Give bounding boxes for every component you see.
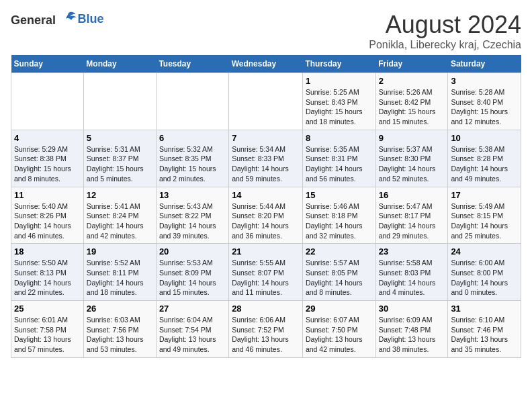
- calendar-cell: [83, 73, 156, 130]
- calendar-cell: 22Sunrise: 5:57 AM Sunset: 8:05 PM Dayli…: [302, 244, 375, 301]
- day-number: 20: [159, 246, 226, 257]
- subtitle: Ponikla, Liberecky kraj, Czechia: [369, 39, 521, 51]
- day-number: 27: [159, 304, 226, 314]
- col-tuesday: Tuesday: [156, 55, 228, 73]
- week-row-3: 11Sunrise: 5:40 AM Sunset: 8:26 PM Dayli…: [11, 187, 521, 244]
- day-info: Sunrise: 5:25 AM Sunset: 8:43 PM Dayligh…: [306, 87, 373, 127]
- calendar-cell: 30Sunrise: 6:09 AM Sunset: 7:48 PM Dayli…: [375, 301, 448, 358]
- calendar-cell: 7Sunrise: 5:34 AM Sunset: 8:33 PM Daylig…: [229, 130, 303, 187]
- calendar-cell: 27Sunrise: 6:04 AM Sunset: 7:54 PM Dayli…: [156, 301, 228, 358]
- day-number: 28: [232, 304, 300, 314]
- day-number: 16: [379, 190, 445, 200]
- day-info: Sunrise: 5:38 AM Sunset: 8:28 PM Dayligh…: [451, 144, 518, 184]
- page: General Blue August 2024 Ponikla, Libere…: [0, 0, 532, 411]
- calendar-cell: 17Sunrise: 5:49 AM Sunset: 8:15 PM Dayli…: [448, 187, 521, 244]
- day-number: 14: [232, 190, 300, 200]
- calendar-cell: 15Sunrise: 5:46 AM Sunset: 8:18 PM Dayli…: [302, 187, 375, 244]
- calendar-cell: 6Sunrise: 5:32 AM Sunset: 8:35 PM Daylig…: [156, 130, 228, 187]
- day-number: 17: [451, 190, 518, 200]
- calendar-cell: 24Sunrise: 6:00 AM Sunset: 8:00 PM Dayli…: [448, 244, 521, 301]
- day-number: 1: [306, 76, 373, 86]
- day-number: 18: [14, 246, 81, 257]
- day-number: 8: [306, 133, 373, 143]
- day-info: Sunrise: 5:35 AM Sunset: 8:31 PM Dayligh…: [306, 144, 373, 184]
- calendar-table: Sunday Monday Tuesday Wednesday Thursday…: [11, 55, 521, 358]
- calendar-cell: [229, 73, 303, 130]
- calendar-cell: 10Sunrise: 5:38 AM Sunset: 8:28 PM Dayli…: [448, 130, 521, 187]
- calendar-cell: 5Sunrise: 5:31 AM Sunset: 8:37 PM Daylig…: [83, 130, 156, 187]
- day-info: Sunrise: 5:52 AM Sunset: 8:11 PM Dayligh…: [87, 258, 153, 298]
- calendar-cell: 1Sunrise: 5:25 AM Sunset: 8:43 PM Daylig…: [302, 73, 375, 130]
- calendar-cell: 20Sunrise: 5:53 AM Sunset: 8:09 PM Dayli…: [156, 244, 228, 301]
- col-sunday: Sunday: [11, 55, 84, 73]
- calendar-cell: 11Sunrise: 5:40 AM Sunset: 8:26 PM Dayli…: [11, 187, 84, 244]
- day-info: Sunrise: 5:44 AM Sunset: 8:20 PM Dayligh…: [232, 201, 300, 241]
- day-info: Sunrise: 6:01 AM Sunset: 7:58 PM Dayligh…: [14, 315, 81, 355]
- day-number: 12: [87, 190, 153, 200]
- day-number: 25: [14, 304, 81, 314]
- day-number: 10: [451, 133, 518, 143]
- main-title: August 2024: [369, 11, 521, 39]
- calendar-cell: [11, 73, 84, 130]
- day-number: 7: [232, 133, 300, 143]
- day-info: Sunrise: 6:10 AM Sunset: 7:46 PM Dayligh…: [451, 315, 518, 355]
- week-row-5: 25Sunrise: 6:01 AM Sunset: 7:58 PM Dayli…: [11, 301, 521, 358]
- calendar-cell: 26Sunrise: 6:03 AM Sunset: 7:56 PM Dayli…: [83, 301, 156, 358]
- day-info: Sunrise: 5:53 AM Sunset: 8:09 PM Dayligh…: [159, 258, 226, 298]
- logo-blue: Blue: [78, 12, 104, 26]
- day-info: Sunrise: 5:58 AM Sunset: 8:03 PM Dayligh…: [379, 258, 445, 298]
- day-number: 23: [379, 246, 445, 257]
- calendar-cell: 25Sunrise: 6:01 AM Sunset: 7:58 PM Dayli…: [11, 301, 84, 358]
- day-info: Sunrise: 6:07 AM Sunset: 7:50 PM Dayligh…: [306, 315, 373, 355]
- day-info: Sunrise: 6:09 AM Sunset: 7:48 PM Dayligh…: [379, 315, 445, 355]
- day-number: 6: [159, 133, 226, 143]
- col-friday: Friday: [375, 55, 448, 73]
- col-monday: Monday: [83, 55, 156, 73]
- day-number: 9: [379, 133, 445, 143]
- day-info: Sunrise: 5:40 AM Sunset: 8:26 PM Dayligh…: [14, 201, 81, 241]
- day-number: 13: [159, 190, 226, 200]
- logo-bird-icon: [60, 11, 77, 24]
- day-number: 24: [451, 246, 518, 257]
- day-info: Sunrise: 6:06 AM Sunset: 7:52 PM Dayligh…: [232, 315, 300, 355]
- calendar-cell: 2Sunrise: 5:26 AM Sunset: 8:42 PM Daylig…: [375, 73, 448, 130]
- calendar-cell: 18Sunrise: 5:50 AM Sunset: 8:13 PM Dayli…: [11, 244, 84, 301]
- calendar-cell: 13Sunrise: 5:43 AM Sunset: 8:22 PM Dayli…: [156, 187, 228, 244]
- day-number: 4: [14, 133, 81, 143]
- day-info: Sunrise: 5:32 AM Sunset: 8:35 PM Dayligh…: [159, 144, 226, 184]
- day-info: Sunrise: 5:41 AM Sunset: 8:24 PM Dayligh…: [87, 201, 153, 241]
- day-info: Sunrise: 6:03 AM Sunset: 7:56 PM Dayligh…: [87, 315, 153, 355]
- calendar-cell: 9Sunrise: 5:37 AM Sunset: 8:30 PM Daylig…: [375, 130, 448, 187]
- calendar-cell: 8Sunrise: 5:35 AM Sunset: 8:31 PM Daylig…: [302, 130, 375, 187]
- header: General Blue August 2024 Ponikla, Libere…: [11, 11, 521, 51]
- day-number: 2: [379, 76, 445, 86]
- day-number: 30: [379, 304, 445, 314]
- day-info: Sunrise: 5:46 AM Sunset: 8:18 PM Dayligh…: [306, 201, 373, 241]
- day-info: Sunrise: 5:34 AM Sunset: 8:33 PM Dayligh…: [232, 144, 300, 184]
- col-saturday: Saturday: [448, 55, 521, 73]
- day-number: 3: [451, 76, 518, 86]
- day-info: Sunrise: 5:37 AM Sunset: 8:30 PM Dayligh…: [379, 144, 445, 184]
- day-info: Sunrise: 5:26 AM Sunset: 8:42 PM Dayligh…: [379, 87, 445, 127]
- day-number: 26: [87, 304, 153, 314]
- calendar-cell: 29Sunrise: 6:07 AM Sunset: 7:50 PM Dayli…: [302, 301, 375, 358]
- day-number: 11: [14, 190, 81, 200]
- day-number: 15: [306, 190, 373, 200]
- calendar-cell: 16Sunrise: 5:47 AM Sunset: 8:17 PM Dayli…: [375, 187, 448, 244]
- week-row-2: 4Sunrise: 5:29 AM Sunset: 8:38 PM Daylig…: [11, 130, 521, 187]
- day-info: Sunrise: 5:31 AM Sunset: 8:37 PM Dayligh…: [87, 144, 153, 184]
- day-info: Sunrise: 6:00 AM Sunset: 8:00 PM Dayligh…: [451, 258, 518, 298]
- calendar-cell: [156, 73, 228, 130]
- header-row: Sunday Monday Tuesday Wednesday Thursday…: [11, 55, 521, 73]
- day-number: 29: [306, 304, 373, 314]
- day-info: Sunrise: 5:55 AM Sunset: 8:07 PM Dayligh…: [232, 258, 300, 298]
- day-info: Sunrise: 5:49 AM Sunset: 8:15 PM Dayligh…: [451, 201, 518, 241]
- day-number: 21: [232, 246, 300, 257]
- week-row-4: 18Sunrise: 5:50 AM Sunset: 8:13 PM Dayli…: [11, 244, 521, 301]
- calendar-cell: 12Sunrise: 5:41 AM Sunset: 8:24 PM Dayli…: [83, 187, 156, 244]
- col-wednesday: Wednesday: [229, 55, 303, 73]
- day-number: 5: [87, 133, 153, 143]
- day-info: Sunrise: 5:50 AM Sunset: 8:13 PM Dayligh…: [14, 258, 81, 298]
- calendar-cell: 21Sunrise: 5:55 AM Sunset: 8:07 PM Dayli…: [229, 244, 303, 301]
- day-info: Sunrise: 5:29 AM Sunset: 8:38 PM Dayligh…: [14, 144, 81, 184]
